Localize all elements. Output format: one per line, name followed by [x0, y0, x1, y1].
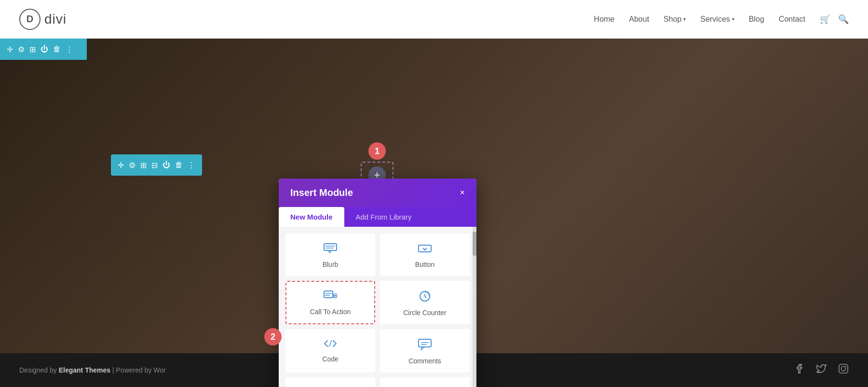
- shop-chevron-icon: ▾: [683, 16, 686, 22]
- svg-rect-4: [324, 291, 333, 298]
- comments-icon: [418, 339, 432, 353]
- modal-close-button[interactable]: ×: [460, 188, 465, 198]
- scrollbar-track[interactable]: [473, 227, 476, 387]
- scrollbar-thumb[interactable]: [473, 232, 476, 256]
- designed-by-label: Designed by: [19, 366, 59, 374]
- modal-body-wrapper: Blurb Button: [279, 227, 476, 387]
- circle-counter-label: Circle Counter: [403, 309, 446, 317]
- logo-icon: D: [19, 9, 41, 30]
- row-settings-icon[interactable]: ⚙: [129, 161, 136, 170]
- module-button[interactable]: Button: [380, 234, 470, 276]
- button-icon: [418, 243, 432, 257]
- circle-counter-icon: [419, 290, 431, 305]
- instagram-icon[interactable]: [838, 363, 849, 377]
- call-to-action-label: Call To Action: [310, 308, 351, 316]
- step2-badge: 2: [264, 328, 282, 346]
- svg-line-13: [329, 340, 332, 347]
- separator: |: [112, 366, 116, 374]
- main-content: ✛ ⚙ ⊞ ⏻ 🗑 ⋮ ✛ ⚙ ⊞ ⊟ ⏻ 🗑 ⋮ 1 + 2 Insert M…: [0, 39, 868, 387]
- step1-badge: 1: [368, 142, 386, 160]
- logo-area: D divi: [19, 9, 67, 30]
- layout-icon[interactable]: ⊞: [29, 45, 36, 54]
- row-layout-icon[interactable]: ⊞: [140, 161, 147, 170]
- svg-rect-0: [324, 244, 337, 250]
- module-call-to-action[interactable]: Call To Action: [285, 281, 375, 324]
- services-chevron-icon: ▾: [732, 16, 734, 22]
- module-comments[interactable]: Comments: [380, 329, 470, 373]
- row-toolbar: ✛ ⚙ ⊞ ⊟ ⏻ 🗑 ⋮: [111, 154, 202, 176]
- blurb-icon: [324, 243, 337, 257]
- row-columns-icon[interactable]: ⊟: [151, 161, 158, 170]
- modal-body: Blurb Button: [279, 227, 476, 387]
- modal-header: Insert Module ×: [279, 179, 476, 207]
- tab-new-module[interactable]: New Module: [279, 207, 344, 227]
- nav-services[interactable]: Services ▾: [700, 15, 734, 24]
- search-icon[interactable]: 🔍: [838, 14, 849, 25]
- module-circle-counter[interactable]: Circle Counter: [380, 281, 470, 324]
- power-icon[interactable]: ⏻: [41, 45, 48, 54]
- blurb-label: Blurb: [323, 261, 339, 268]
- module-countdown[interactable]: Countdown: [380, 377, 470, 387]
- row-power-icon[interactable]: ⏻: [163, 161, 170, 169]
- svg-point-23: [845, 366, 846, 367]
- modal-title: Insert Module: [290, 187, 353, 198]
- header: D divi Home About Shop ▾ Services ▾ Blog…: [0, 0, 868, 39]
- button-label: Button: [415, 261, 434, 268]
- nav-contact[interactable]: Contact: [779, 15, 805, 24]
- row-move-icon[interactable]: ✛: [118, 161, 124, 170]
- module-blurb[interactable]: Blurb: [285, 234, 375, 276]
- svg-rect-21: [839, 364, 848, 373]
- svg-rect-3: [419, 245, 431, 252]
- more-icon[interactable]: ⋮: [66, 45, 73, 54]
- logo-brand: divi: [44, 12, 67, 27]
- facebook-icon[interactable]: [794, 363, 804, 377]
- cart-icon[interactable]: 🛒: [820, 14, 830, 25]
- elegant-themes-label: Elegant Themes: [59, 366, 110, 374]
- insert-module-modal: Insert Module × New Module Add From Libr…: [279, 179, 476, 387]
- module-grid: Blurb Button: [285, 234, 470, 387]
- tab-add-from-library[interactable]: Add From Library: [344, 207, 423, 227]
- twitter-icon[interactable]: [816, 363, 827, 377]
- module-contact-form[interactable]: Contact Form: [285, 377, 375, 387]
- nav-blog[interactable]: Blog: [749, 15, 764, 24]
- nav-about[interactable]: About: [629, 15, 649, 24]
- footer-text: Designed by Elegant Themes | Powered by …: [19, 366, 166, 374]
- trash-icon[interactable]: 🗑: [53, 45, 61, 54]
- svg-line-12: [425, 296, 426, 298]
- module-code[interactable]: Code: [285, 329, 375, 373]
- call-to-action-icon: [324, 290, 337, 304]
- nav-shop[interactable]: Shop ▾: [664, 15, 686, 24]
- code-icon: [324, 339, 337, 351]
- section-toolbar: ✛ ⚙ ⊞ ⏻ 🗑 ⋮: [0, 39, 87, 60]
- row-more-icon[interactable]: ⋮: [188, 161, 195, 170]
- nav-icons: 🛒 🔍: [820, 14, 849, 25]
- footer-social: [794, 363, 849, 377]
- code-label: Code: [322, 355, 338, 363]
- row-trash-icon[interactable]: 🗑: [175, 161, 183, 169]
- comments-label: Comments: [408, 357, 441, 365]
- main-nav: Home About Shop ▾ Services ▾ Blog Contac…: [594, 14, 849, 25]
- nav-home[interactable]: Home: [594, 15, 615, 24]
- settings-icon[interactable]: ⚙: [18, 45, 25, 54]
- powered-by-label: Powered by Wor: [116, 366, 166, 374]
- modal-tabs: New Module Add From Library: [279, 207, 476, 227]
- svg-point-22: [841, 366, 845, 371]
- move-icon[interactable]: ✛: [7, 45, 13, 54]
- svg-rect-14: [419, 339, 431, 347]
